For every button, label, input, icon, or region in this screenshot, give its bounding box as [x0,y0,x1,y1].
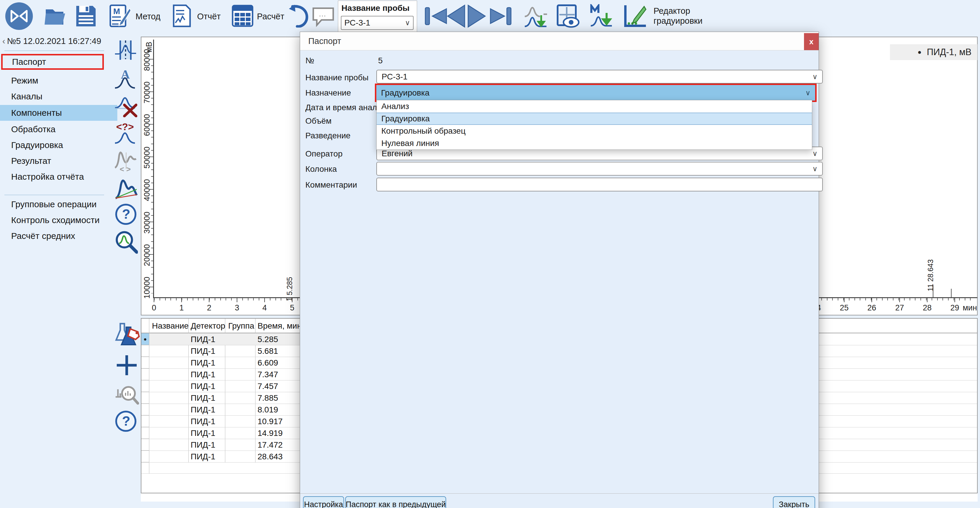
col-group[interactable]: Группа [228,321,254,331]
view-window-icon[interactable] [556,4,580,30]
col-name[interactable]: Название [152,321,189,331]
y-tick: 40000 [143,179,152,201]
toolbar: M Метод Отчёт Расчёт … Название пробы РС… [0,0,980,32]
svg-text:< >: < > [120,165,131,172]
svg-text:?: ? [122,413,130,429]
undo-icon[interactable] [286,5,309,29]
x-tick: 2 [207,303,211,313]
samples-tag-icon[interactable] [113,322,140,349]
operator-label: Оператор [305,149,343,159]
settings-button[interactable]: Настройка [303,496,344,508]
back-icon[interactable]: ‹ [2,37,5,46]
x-axis-unit: мин [963,303,977,313]
sidebar-item-group-operations[interactable]: Групповые операции [0,197,117,212]
nav-first-button[interactable] [425,6,448,27]
find-peak-icon[interactable] [115,230,138,255]
chevron-down-icon: ∨ [812,73,818,80]
method-icon[interactable]: M [109,4,131,29]
copy-prev-passport-button[interactable]: Паспорт как в предыдущей [345,496,446,508]
record-header[interactable]: ‹№5 12.02.2021 16:27:49 [2,37,101,46]
sidebar-item-mode[interactable]: Режим [0,73,117,88]
nav-prev-button[interactable] [445,4,466,29]
sidebar-item-channels[interactable]: Каналы [0,89,117,104]
close-icon[interactable]: x [804,33,819,50]
calc-label[interactable]: Расчёт [257,12,284,21]
x-tick: 26 [867,303,876,313]
comments-label: Комментарии [305,180,357,190]
annotate-peak-icon[interactable]: A [115,68,137,91]
save-icon[interactable] [76,5,96,28]
x-tick: 1 [179,303,184,313]
chevron-down-icon: ∨ [812,150,818,157]
dropdown-option-control-sample[interactable]: Контрольный образец [377,125,812,137]
chart-legend[interactable]: ● ПИД-1, мВ [890,44,977,60]
svg-text:M: M [113,7,120,16]
col-detector[interactable]: Детектор [191,321,225,331]
y-axis [153,40,154,298]
comment-icon[interactable]: … [312,6,335,29]
nav-last-button[interactable] [489,6,512,27]
y-tick: 20000 [143,244,152,266]
method-label[interactable]: Метод [135,12,161,21]
purpose-select[interactable]: Градуировка ∨ [376,85,815,100]
sample-name-select[interactable]: РС-3-1 ∨ [341,16,414,30]
x-tick: 4 [262,303,267,313]
add-icon[interactable] [116,354,138,378]
dilution-label: Разведение [305,131,350,140]
chevron-down-icon: ∨ [405,19,410,26]
passport-dialog: Паспорт x № 5 Название пробы РС-3-1 ∨ На… [300,32,819,508]
sidebar: ‹№5 12.02.2021 16:27:49 Паспорт Режим Ка… [0,32,108,508]
delete-peak-icon[interactable] [115,95,137,118]
sidebar-item-calibration[interactable]: Градуировка [0,138,117,152]
add-chromatogram-icon[interactable] [523,5,548,29]
method-from-chromatogram-icon[interactable] [590,4,613,29]
compare-peaks-icon[interactable]: < > [115,149,137,173]
sample-select[interactable]: РС-3-1 ∨ [376,70,823,84]
sidebar-item-report-settings[interactable]: Настройка отчёта [0,170,117,184]
calibration-editor-icon[interactable] [622,4,648,30]
x-tick: 3 [235,303,239,313]
divider [5,195,104,195]
help-icon[interactable]: ? [115,410,137,433]
dropdown-option-calibration[interactable]: Градуировка [377,113,812,125]
peak-tick-right2 [951,289,951,297]
number-value: 5 [378,56,383,65]
sidebar-item-repeatability-control[interactable]: Контроль сходимости [0,213,117,227]
legend-dot-icon: ● [918,48,921,56]
help-icon[interactable]: ? [115,203,137,226]
sidebar-item-average-calc[interactable]: Расчёт средних [0,229,117,243]
baseline-correction-icon[interactable] [115,176,138,200]
dialog-titlebar[interactable]: Паспорт [300,32,819,51]
chevron-down-icon: ∨ [812,165,818,172]
x-tick: 27 [895,303,904,313]
open-file-icon[interactable] [45,6,67,27]
calculation-icon[interactable] [232,5,253,28]
svg-text:A: A [121,68,130,81]
sidebar-item-passport[interactable]: Паспорт [1,54,104,70]
unknown-peak-icon[interactable]: <?> [115,122,137,146]
y-tick: 80000 [143,49,152,71]
y-tick: 50000 [143,146,152,168]
peak-markers-icon[interactable] [115,40,137,62]
col-time[interactable]: Время, мин [258,321,302,331]
close-button[interactable]: Закрыть [773,496,815,508]
purpose-dropdown-list[interactable]: Анализ Градуировка Контрольный образец Н… [376,100,812,150]
app-logo-icon[interactable] [5,2,33,30]
comments-input[interactable] [376,178,823,191]
sidebar-item-result[interactable]: Результат [0,154,117,168]
svg-text:<?>: <?> [116,122,134,132]
dropdown-option-zero-line[interactable]: Нулевая линия [377,137,812,149]
dropdown-option-analysis[interactable]: Анализ [377,100,812,113]
preview-zoom-icon[interactable] [115,383,139,407]
volume-label: Объём [305,116,331,126]
calibration-editor-label[interactable]: Редактор градуировки [654,6,703,26]
purpose-label: Назначение [305,88,351,98]
report-icon[interactable] [172,4,191,29]
sidebar-item-components[interactable]: Компоненты [0,105,117,121]
chevron-down-icon: ∨ [805,89,810,97]
column-select[interactable]: ∨ [376,162,823,176]
nav-next-button[interactable] [467,4,487,29]
x-tick: 28 [923,303,932,313]
sidebar-item-processing[interactable]: Обработка [0,122,117,137]
report-label[interactable]: Отчёт [197,12,221,21]
